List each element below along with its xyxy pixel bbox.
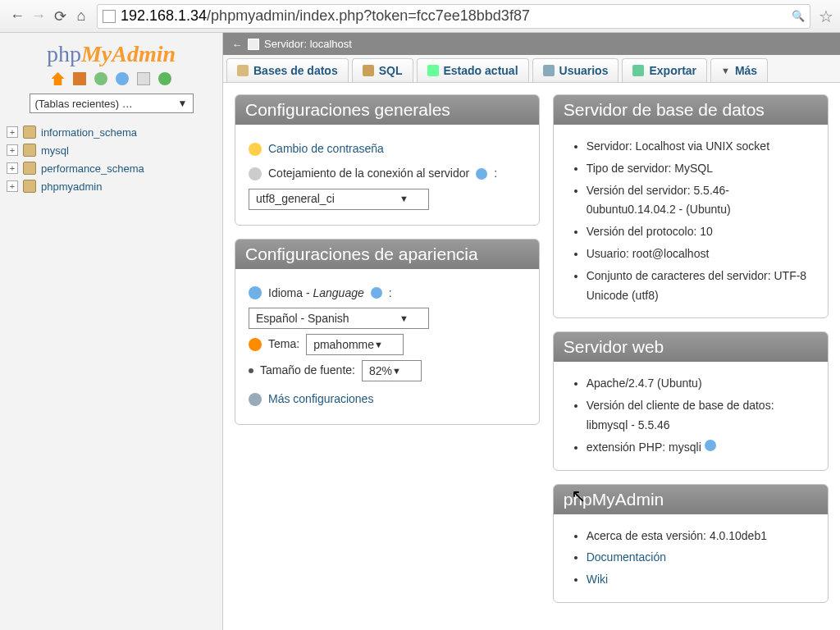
theme-select[interactable]: pmahomme ▼: [306, 334, 404, 355]
docs-link[interactable]: Documentación: [587, 550, 666, 564]
help-icon[interactable]: [371, 287, 382, 299]
server-bar: ← Servidor: localhost: [223, 33, 840, 55]
server-info-item: Versión del servidor: 5.5.46-0ubuntu0.14…: [587, 181, 815, 221]
server-info-item: Usuario: root@localhost: [587, 244, 815, 264]
bookmark-star-icon[interactable]: ☆: [819, 7, 833, 26]
language-select[interactable]: Español - Spanish ▼: [249, 308, 429, 329]
server-info-item: Conjunto de caracteres del servidor: UTF…: [587, 267, 815, 306]
expand-icon[interactable]: +: [7, 180, 18, 192]
language-label: Idioma - Language: [268, 284, 364, 304]
zoom-icon[interactable]: 🔍: [792, 10, 805, 22]
fontsize-select[interactable]: 82% ▼: [362, 360, 422, 381]
change-password-link[interactable]: Cambio de contraseña: [268, 139, 384, 159]
chevron-down-icon: ▼: [399, 311, 409, 326]
sidebar-toolbar: [7, 72, 216, 85]
top-tabs: Bases de datos SQL Estado actual Usuario…: [223, 55, 840, 83]
server-info-item: Versión del protocolo: 10: [587, 222, 815, 242]
chevron-down-icon: ▼: [374, 337, 383, 353]
users-icon: [543, 65, 555, 76]
webserver-info-item: extensión PHP: mysqli: [587, 438, 815, 458]
reload-button[interactable]: ⟳: [49, 6, 71, 27]
home-icon[interactable]: [52, 72, 65, 85]
pma-version: Acerca de esta versión: 4.0.10deb1: [587, 527, 815, 546]
panel-title: phpMyAdmin: [554, 485, 828, 514]
help-icon[interactable]: [705, 440, 716, 451]
panel-title: Configuraciones generales: [235, 95, 539, 125]
panel-db-server: Servidor de base de datos Servidor: Loca…: [553, 94, 829, 318]
db-item[interactable]: +performance_schema: [7, 159, 216, 177]
docs-icon[interactable]: [116, 72, 129, 85]
url-bar[interactable]: 192.168.1.34/phpmyadmin/index.php?token=…: [97, 4, 810, 29]
tab-users[interactable]: Usuarios: [532, 58, 619, 82]
database-icon: [23, 162, 36, 175]
chevron-down-icon: ▼: [178, 98, 188, 109]
db-name: mysql: [41, 144, 69, 157]
forward-button[interactable]: →: [28, 6, 49, 27]
reload-icon[interactable]: [158, 72, 171, 85]
chevron-down-icon: ▼: [392, 363, 401, 379]
panel-title: Servidor web: [554, 332, 828, 362]
database-icon: [23, 144, 36, 157]
chevron-down-icon: ▼: [399, 191, 409, 207]
expand-icon[interactable]: +: [7, 162, 18, 174]
databases-icon: [237, 65, 249, 76]
collation-icon: [249, 167, 262, 180]
panel-phpmyadmin: phpMyAdmin Acerca de esta versión: 4.0.1…: [553, 484, 829, 603]
tab-status[interactable]: Estado actual: [417, 58, 529, 82]
collation-label: Cotejamiento de la conexión al servidor: [268, 164, 469, 184]
panel-appearance-settings: Configuraciones de apariencia Idioma - L…: [235, 239, 540, 426]
home-button[interactable]: ⌂: [71, 6, 92, 27]
db-item[interactable]: +mysql: [7, 141, 216, 159]
logout-icon[interactable]: [73, 72, 86, 85]
expand-icon[interactable]: +: [7, 144, 18, 156]
server-label: Servidor: localhost: [264, 38, 352, 50]
key-icon: [249, 143, 262, 156]
db-item[interactable]: +information_schema: [7, 123, 216, 141]
server-info-item: Tipo de servidor: MySQL: [587, 159, 815, 179]
tab-databases[interactable]: Bases de datos: [226, 58, 349, 82]
tab-sql[interactable]: SQL: [352, 58, 413, 82]
bullet-icon: [249, 368, 253, 373]
webserver-info-item: Versión del cliente de base de datos: li…: [587, 396, 815, 436]
back-button[interactable]: ←: [7, 6, 28, 27]
navi-icon[interactable]: [137, 72, 150, 85]
panel-web-server: Servidor web Apache/2.4.7 (Ubuntu) Versi…: [553, 331, 829, 470]
page-icon: [103, 10, 116, 23]
query-icon[interactable]: [94, 72, 107, 85]
wrench-icon: [249, 393, 262, 406]
sql-icon: [363, 65, 374, 76]
phpmyadmin-logo: phpMyAdmin: [7, 41, 216, 67]
export-icon: [632, 65, 644, 76]
status-icon: [427, 65, 439, 76]
tab-export[interactable]: Exportar: [622, 58, 707, 82]
more-settings-link[interactable]: Más configuraciones: [268, 390, 373, 409]
globe-icon: [249, 286, 262, 299]
server-icon: [248, 39, 259, 50]
panel-general-settings: Configuraciones generales Cambio de cont…: [235, 94, 540, 226]
recent-tables-label: (Tablas recientes) …: [35, 98, 133, 110]
db-name: performance_schema: [41, 162, 144, 175]
url-text: 192.168.1.34/phpmyadmin/index.php?token=…: [121, 7, 788, 25]
database-tree: +information_schema +mysql +performance_…: [7, 123, 216, 195]
db-item[interactable]: +phpmyadmin: [7, 177, 216, 195]
fontsize-label: Tamaño de fuente:: [260, 361, 355, 381]
collapse-icon[interactable]: ←: [231, 39, 243, 50]
sidebar: phpMyAdmin (Tablas recientes) … ▼ +infor…: [0, 33, 223, 630]
palette-icon: [249, 338, 262, 351]
theme-label: Tema:: [268, 335, 299, 354]
collation-select[interactable]: utf8_general_ci ▼: [249, 189, 429, 210]
database-icon: [23, 180, 36, 193]
database-icon: [23, 126, 36, 139]
panel-title: Configuraciones de apariencia: [235, 240, 539, 269]
recent-tables-select[interactable]: (Tablas recientes) … ▼: [30, 94, 194, 113]
db-name: information_schema: [41, 126, 137, 139]
chevron-down-icon: ▼: [721, 66, 730, 75]
db-name: phpmyadmin: [41, 180, 102, 193]
expand-icon[interactable]: +: [7, 126, 18, 138]
server-info-item: Servidor: Localhost via UNIX socket: [587, 137, 815, 157]
panel-title: Servidor de base de datos: [554, 95, 828, 125]
help-icon[interactable]: [476, 168, 487, 180]
tab-more[interactable]: ▼Más: [710, 58, 768, 82]
webserver-info-item: Apache/2.4.7 (Ubuntu): [587, 374, 815, 394]
wiki-link[interactable]: Wiki: [587, 573, 608, 586]
